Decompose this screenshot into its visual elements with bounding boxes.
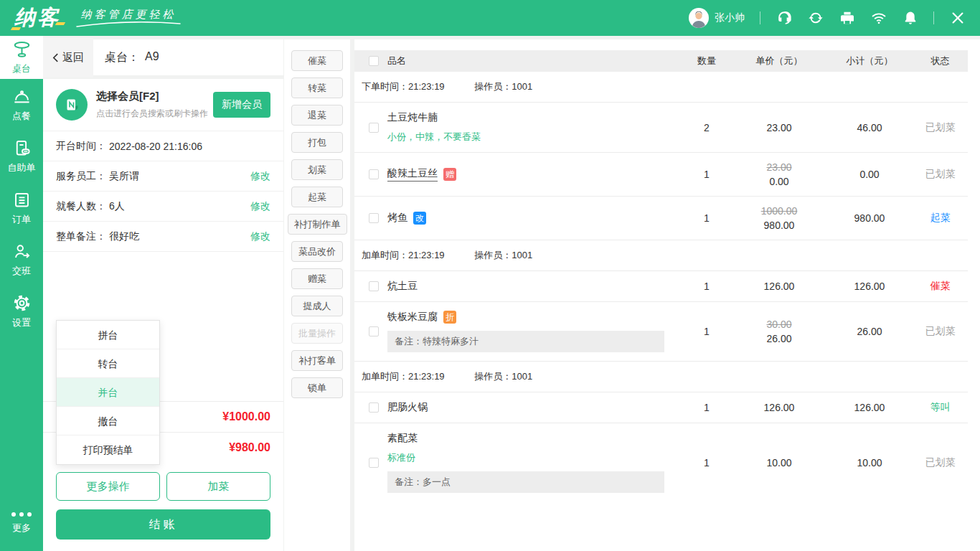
order-group: 下单时间：21:23:19 操作员：1001 土豆炖牛腩 小份，中辣，不要香菜 … — [354, 72, 968, 240]
sidebar-item-shift[interactable]: 交班 — [0, 234, 43, 286]
row-checkbox[interactable] — [369, 281, 379, 291]
app-logo-text: 纳客 — [14, 6, 60, 29]
open-time-label: 开台时间： — [56, 140, 106, 153]
sidebar-item-more[interactable]: 更多 — [0, 502, 43, 544]
dish-subtotal: 126.00 — [826, 402, 913, 413]
reprint-customer-ticket-button[interactable]: 补打客单 — [291, 350, 343, 371]
user-name: 张小帅 — [715, 11, 745, 24]
change-dish-price-button[interactable]: 菜品改价 — [291, 241, 343, 262]
logo-accent — [55, 22, 65, 25]
order-table-header: 品名 数量 单价（元） 小计（元） 状态 — [354, 50, 968, 72]
table-title-label: 桌台： — [105, 50, 139, 65]
row-checkbox[interactable] — [369, 213, 379, 223]
app-logo: 纳客 — [10, 4, 65, 32]
dish-price: 26.00 — [732, 333, 826, 344]
back-label: 返回 — [62, 51, 84, 65]
dish-qty: 1 — [682, 281, 732, 292]
takeout-pack-button[interactable]: 打包 — [291, 132, 343, 153]
back-button[interactable]: 返回 — [43, 38, 93, 77]
user-menu[interactable]: 张小帅 — [689, 8, 745, 28]
waiter-label: 服务员工： — [56, 170, 106, 183]
select-member-area[interactable]: 选择会员[F2] 点击进行会员搜索或刷卡操作 — [96, 90, 213, 120]
close-icon[interactable] — [949, 10, 966, 27]
sidebar-item-orders[interactable]: 订单 — [0, 182, 43, 234]
gift-dish-button[interactable]: 赠菜 — [291, 268, 343, 289]
order-group-header: 下单时间：21:23:19 操作员：1001 — [354, 72, 968, 103]
gear-icon — [12, 293, 32, 313]
guest-count-row: 就餐人数： 6人 修改 — [43, 192, 283, 222]
sidebar-item-settings[interactable]: 设置 — [0, 286, 43, 337]
column-header-price: 单价（元） — [732, 55, 826, 67]
modified-badge: 改 — [413, 212, 426, 225]
dish-name: 铁板米豆腐 — [387, 311, 438, 324]
dish-price: 10.00 — [732, 457, 826, 468]
dish-qty: 1 — [682, 457, 732, 468]
add-member-button[interactable]: 新增会员 — [213, 92, 270, 118]
wifi-icon[interactable] — [870, 10, 887, 27]
row-checkbox[interactable] — [369, 123, 379, 133]
dish-old-price: 23.00 — [732, 161, 826, 173]
sidebar-item-label: 订单 — [12, 213, 31, 226]
menu-item-join-table[interactable]: 拼台 — [57, 321, 159, 349]
support-icon[interactable] — [776, 10, 792, 27]
edit-remark-link[interactable]: 修改 — [250, 230, 270, 243]
notification-bell-icon[interactable] — [902, 10, 918, 27]
operator-label: 操作员： — [474, 371, 512, 382]
row-checkbox[interactable] — [369, 458, 379, 468]
sidebar-item-order-food[interactable]: 点餐 — [0, 79, 43, 131]
dish-name: 酸辣土豆丝 — [387, 167, 438, 182]
sidebar-item-self-order[interactable]: 自助单 — [0, 131, 43, 182]
operator-value: 1001 — [512, 250, 532, 260]
menu-item-clear-table[interactable]: 撤台 — [57, 407, 159, 435]
sidebar-item-label: 更多 — [12, 522, 31, 534]
operator-label: 操作员： — [474, 81, 512, 92]
row-checkbox[interactable] — [369, 169, 379, 179]
order-remark-value: 很好吃 — [109, 230, 139, 243]
start-dish-button[interactable]: 起菜 — [291, 187, 343, 207]
sidebar-item-label: 自助单 — [8, 161, 36, 174]
return-dish-button[interactable]: 退菜 — [291, 105, 343, 126]
chevron-left-icon — [52, 52, 59, 63]
page-title: 桌台： A9 — [105, 50, 159, 65]
menu-item-merge-table[interactable]: 并台 — [57, 378, 159, 407]
dish-name: 素配菜 — [387, 432, 418, 445]
transfer-dish-button[interactable]: 转菜 — [291, 77, 343, 98]
sidebar-item-tables[interactable]: 桌台 — [0, 36, 43, 79]
menu-item-print-prebill[interactable]: 打印预结单 — [57, 435, 159, 464]
order-remark-label: 整单备注： — [56, 230, 106, 243]
receivable-amount: ¥980.00 — [229, 441, 270, 454]
order-time-label: 加单时间： — [362, 371, 408, 382]
more-operations-button[interactable]: 更多操作 — [56, 472, 160, 501]
batch-operation-button: 批量操作 — [291, 323, 343, 344]
mark-served-button[interactable]: 划菜 — [291, 159, 343, 180]
edit-guest-count-link[interactable]: 修改 — [250, 200, 270, 213]
add-dish-button[interactable]: 加菜 — [166, 472, 270, 501]
column-header-status: 状态 — [913, 55, 968, 67]
column-header-qty: 数量 — [682, 55, 732, 67]
edit-waiter-link[interactable]: 修改 — [250, 170, 270, 183]
urge-dish-button[interactable]: 催菜 — [291, 50, 343, 71]
dish-status: 已划菜 — [913, 456, 968, 469]
table-row: 土豆炖牛腩 小份，中辣，不要香菜 2 23.00 46.00 已划菜 — [354, 103, 968, 153]
select-all-checkbox[interactable] — [369, 56, 379, 66]
row-checkbox[interactable] — [369, 402, 379, 413]
table-row: 素配菜 标准份 备注：多一点 1 10.00 10.00 已划菜 — [354, 423, 968, 501]
dish-price: 126.00 — [732, 402, 826, 413]
checkout-button[interactable]: 结账 — [56, 509, 270, 540]
dish-old-price: 1000.00 — [732, 205, 826, 217]
lock-order-button[interactable]: 锁单 — [291, 377, 343, 398]
reprint-kitchen-ticket-button[interactable]: 补打制作单 — [288, 214, 347, 235]
menu-item-transfer-table[interactable]: 转台 — [57, 349, 159, 378]
shift-handover-icon — [12, 242, 32, 261]
row-checkbox[interactable] — [369, 326, 379, 336]
dish-qty: 1 — [682, 402, 732, 413]
commission-person-button[interactable]: 提成人 — [291, 296, 343, 316]
dish-subtotal: 126.00 — [826, 281, 913, 292]
more-dots-icon — [11, 512, 32, 517]
panel-header: 返回 桌台： A9 — [43, 39, 283, 79]
sync-icon[interactable] — [807, 10, 824, 27]
operator-value: 1001 — [512, 81, 532, 92]
logo-accent — [11, 27, 21, 30]
dish-spec: 标准份 — [387, 451, 676, 464]
printer-icon[interactable] — [839, 10, 855, 27]
